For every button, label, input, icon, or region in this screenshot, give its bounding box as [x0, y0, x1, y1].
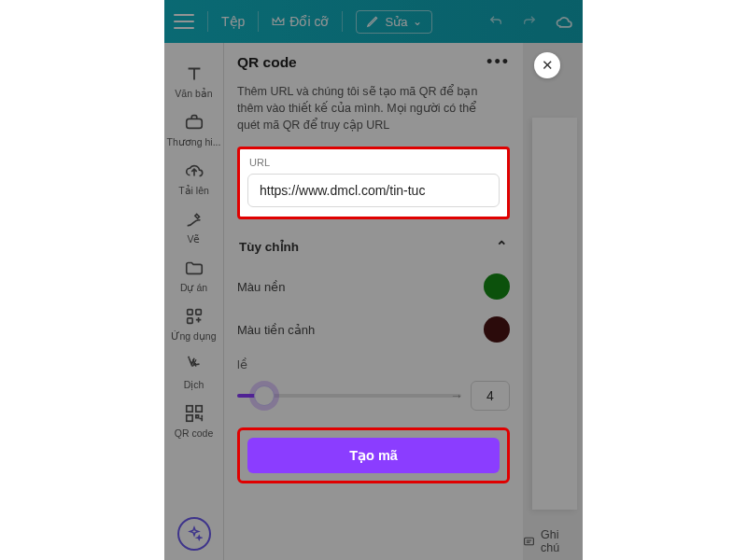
- url-input[interactable]: [247, 174, 500, 207]
- close-icon: ✕: [542, 57, 554, 74]
- magic-fab[interactable]: [177, 517, 211, 551]
- customize-label: Tùy chỉnh: [239, 239, 299, 254]
- slider-arrow-icon: →: [450, 388, 463, 403]
- background-color-label: Màu nền: [237, 280, 285, 294]
- rail-qrcode[interactable]: QR code: [164, 403, 223, 439]
- notes-button[interactable]: Ghi chú: [523, 528, 573, 554]
- rail-project-label: Dự án: [180, 282, 207, 293]
- panel-menu-icon[interactable]: •••: [486, 52, 510, 72]
- notes-icon: [523, 535, 535, 548]
- rail-project[interactable]: Dự án: [164, 258, 223, 293]
- sparkle-icon: [186, 525, 203, 542]
- text-icon: [184, 63, 204, 84]
- crown-icon: [272, 16, 285, 27]
- rail-translate[interactable]: Dịch: [164, 355, 223, 390]
- translate-icon: [184, 355, 204, 375]
- panel-description: Thêm URL và chúng tôi sẽ tạo mã QR để bạ…: [237, 83, 510, 133]
- chevron-down-icon: ⌄: [413, 15, 422, 28]
- svg-rect-3: [187, 318, 192, 324]
- hamburger-icon[interactable]: [174, 14, 194, 29]
- rail-apps-label: Ứng dụng: [171, 330, 216, 342]
- margin-slider[interactable]: →: [237, 394, 461, 398]
- chevron-up-icon: ⌃: [496, 238, 508, 255]
- background-color-swatch[interactable]: [484, 273, 510, 300]
- url-highlight-box: URL: [237, 147, 510, 219]
- rail-text-label: Văn bản: [175, 88, 212, 99]
- rail-apps[interactable]: Ứng dụng: [164, 306, 223, 342]
- file-menu[interactable]: Tệp: [221, 14, 245, 29]
- resize-menu[interactable]: Đổi cỡ: [272, 14, 329, 29]
- customize-toggle[interactable]: Tùy chỉnh ⌃: [237, 236, 510, 257]
- separator: [207, 11, 208, 32]
- undo-icon[interactable]: [487, 14, 504, 29]
- rail-upload-label: Tải lên: [178, 185, 209, 196]
- rail-text[interactable]: Văn bản: [164, 63, 223, 99]
- pencil-icon: [366, 15, 379, 28]
- tool-rail: Văn bản Thương hi... Tải lên Vẽ Dự án Ứn…: [164, 43, 224, 560]
- qrcode-icon: [184, 403, 204, 424]
- panel-title: QR code: [237, 54, 297, 71]
- topbar: Tệp Đổi cỡ Sửa ⌄: [164, 0, 583, 43]
- separator: [258, 11, 259, 32]
- url-label: URL: [249, 157, 500, 168]
- close-panel-button[interactable]: ✕: [534, 52, 560, 78]
- notes-label: Ghi chú: [541, 528, 573, 554]
- rail-upload[interactable]: Tải lên: [164, 161, 223, 196]
- resize-label: Đổi cỡ: [289, 14, 329, 29]
- design-page[interactable]: [532, 118, 577, 510]
- redo-icon[interactable]: [521, 14, 538, 29]
- svg-rect-1: [187, 310, 192, 315]
- folder-icon: [184, 258, 204, 278]
- separator: [342, 11, 343, 32]
- cta-highlight-box: Tạo mã: [237, 427, 510, 483]
- edit-label: Sửa: [385, 15, 407, 29]
- edit-button[interactable]: Sửa ⌄: [356, 10, 432, 34]
- svg-rect-7: [525, 538, 534, 545]
- svg-rect-2: [195, 310, 201, 315]
- slider-knob[interactable]: [254, 385, 275, 406]
- rail-qrcode-label: QR code: [175, 427, 213, 439]
- app-frame: Tệp Đổi cỡ Sửa ⌄: [164, 0, 583, 560]
- svg-rect-6: [186, 415, 191, 421]
- cloud-sync-icon[interactable]: [555, 14, 573, 29]
- apps-icon: [184, 306, 204, 327]
- rail-draw-label: Vẽ: [187, 233, 200, 245]
- rail-brands[interactable]: Thương hi...: [164, 112, 223, 147]
- qr-panel: QR code ••• Thêm URL và chúng tôi sẽ tạo…: [224, 43, 523, 560]
- canvas-area: Ghi chú: [523, 43, 583, 560]
- briefcase-icon: [184, 112, 204, 133]
- svg-rect-4: [186, 406, 191, 412]
- svg-rect-5: [195, 406, 201, 412]
- foreground-color-label: Màu tiền cảnh: [237, 323, 315, 337]
- cloud-upload-icon: [184, 161, 204, 181]
- draw-icon: [184, 209, 204, 230]
- margin-value-input[interactable]: [471, 381, 510, 411]
- generate-qr-button[interactable]: Tạo mã: [247, 438, 500, 473]
- rail-draw[interactable]: Vẽ: [164, 209, 223, 245]
- margin-label: lề: [237, 357, 510, 371]
- rail-translate-label: Dịch: [184, 379, 204, 390]
- topbar-right: [487, 14, 573, 29]
- foreground-color-swatch[interactable]: [484, 316, 510, 343]
- svg-rect-0: [186, 119, 202, 128]
- rail-brands-label: Thương hi...: [167, 136, 221, 147]
